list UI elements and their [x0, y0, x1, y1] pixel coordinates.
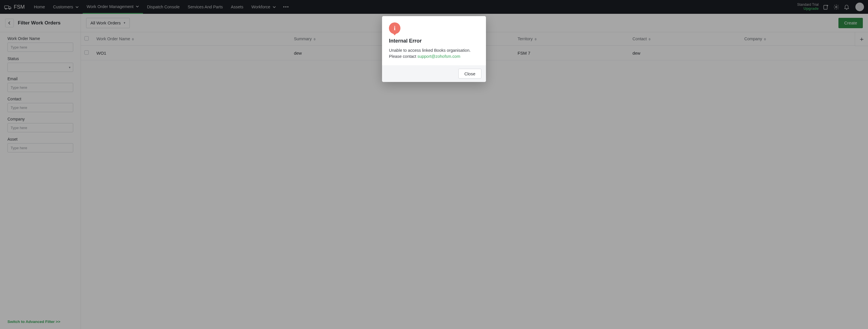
close-button[interactable]: Close: [458, 69, 482, 79]
modal-overlay: i Internal Error Unable to access linked…: [0, 0, 868, 329]
modal-title: Internal Error: [389, 38, 479, 44]
info-error-icon: i: [389, 22, 400, 34]
modal-body: i Internal Error Unable to access linked…: [382, 16, 486, 65]
modal-message: Unable to access linked Books organisati…: [389, 48, 479, 59]
support-email-link[interactable]: support@zohofsm.com: [417, 54, 460, 59]
modal-footer: Close: [382, 65, 486, 82]
error-modal: i Internal Error Unable to access linked…: [382, 16, 486, 82]
